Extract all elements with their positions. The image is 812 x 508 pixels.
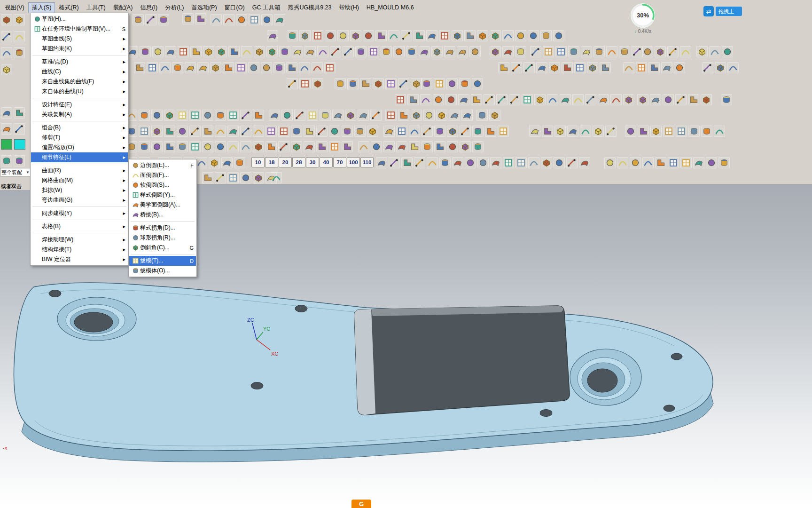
toolbar-icon[interactable]: [598, 94, 609, 105]
toolbar-icon[interactable]: [447, 141, 458, 152]
color-swatch[interactable]: [14, 139, 25, 150]
toolbar-icon[interactable]: [267, 30, 278, 41]
insert-menu-item-20[interactable]: 网格曲面(M)▸: [31, 175, 128, 185]
detail-submenu-item-3[interactable]: 软倒圆(S)...: [129, 180, 196, 190]
toolbar-icon[interactable]: [414, 30, 425, 41]
toolbar-icon[interactable]: [159, 62, 171, 73]
toolbar-icon[interactable]: [1, 64, 12, 75]
toolbar-icon[interactable]: [567, 126, 578, 137]
menubar-item-4[interactable]: 工具(T): [83, 2, 109, 13]
size-button-70[interactable]: 70: [333, 157, 346, 167]
toolbar-icon[interactable]: [642, 157, 654, 168]
toolbar-icon[interactable]: [14, 155, 25, 167]
toolbar-icon[interactable]: [227, 126, 239, 137]
toolbar-icon[interactable]: [347, 78, 359, 89]
insert-menu-item-3[interactable]: 草图曲线(S)▸: [31, 34, 128, 44]
toolbar-icon[interactable]: [304, 141, 315, 152]
insert-menu-item-2[interactable]: 在任务环境中绘制草图(V)...S: [31, 24, 128, 34]
toolbar-icon[interactable]: [14, 107, 25, 119]
toolbar-icon[interactable]: [209, 157, 220, 168]
toolbar-icon[interactable]: [680, 46, 691, 57]
toolbar-icon[interactable]: [593, 46, 605, 57]
toolbar-icon[interactable]: [203, 46, 214, 57]
toolbar-icon[interactable]: [240, 172, 251, 183]
toolbar-icon[interactable]: [447, 126, 458, 137]
toolbar-icon[interactable]: [189, 141, 201, 152]
toolbar-icon[interactable]: [541, 157, 552, 168]
toolbar-icon[interactable]: [139, 110, 150, 121]
toolbar-icon[interactable]: [502, 46, 514, 57]
toolbar-icon[interactable]: [228, 46, 240, 57]
toolbar-icon[interactable]: [329, 126, 340, 137]
toolbar-icon[interactable]: [195, 13, 206, 24]
toolbar-icon[interactable]: [472, 126, 484, 137]
upload-logo-icon[interactable]: ⇄: [703, 6, 714, 16]
toolbar-icon[interactable]: [715, 62, 726, 73]
toolbar-icon[interactable]: [721, 94, 732, 105]
toolbar-icon[interactable]: [496, 94, 508, 105]
toolbar-icon[interactable]: [254, 46, 265, 57]
toolbar-icon[interactable]: [202, 172, 213, 183]
toolbar-icon[interactable]: [655, 157, 666, 168]
toolbar-icon[interactable]: [398, 78, 409, 89]
toolbar-icon[interactable]: [420, 94, 431, 105]
toolbar-icon[interactable]: [253, 141, 264, 152]
toolbar-icon[interactable]: [471, 94, 482, 105]
toolbar-icon[interactable]: [528, 157, 539, 168]
toolbar-icon[interactable]: [714, 126, 725, 137]
toolbar-icon[interactable]: [133, 14, 144, 25]
toolbar-icon[interactable]: [476, 110, 488, 121]
toolbar-icon[interactable]: [287, 78, 298, 89]
toolbar-icon[interactable]: [1, 47, 12, 58]
toolbar-icon[interactable]: [14, 31, 25, 42]
insert-menu-item-1[interactable]: 草图(H)...: [31, 14, 128, 24]
toolbar-icon[interactable]: [485, 126, 496, 137]
toolbar-icon[interactable]: [490, 157, 501, 168]
toolbar-icon[interactable]: [663, 94, 674, 105]
toolbar-icon[interactable]: [421, 78, 432, 89]
toolbar-icon[interactable]: [407, 94, 419, 105]
toolbar-icon[interactable]: [655, 46, 666, 57]
toolbar-icon[interactable]: [134, 62, 145, 73]
toolbar-icon[interactable]: [249, 14, 260, 25]
toolbar-icon[interactable]: [605, 126, 617, 137]
toolbar-icon[interactable]: [363, 30, 374, 41]
toolbar-icon[interactable]: [449, 110, 460, 121]
toolbar-icon[interactable]: [358, 110, 369, 121]
toolbar-icon[interactable]: [574, 62, 586, 73]
toolbar-icon[interactable]: [490, 46, 501, 57]
toolbar-icon[interactable]: [291, 126, 302, 137]
toolbar-icon[interactable]: [702, 62, 713, 73]
toolbar-icon[interactable]: [549, 62, 560, 73]
insert-menu-item-22[interactable]: 弯边曲面(G)▸: [31, 195, 128, 205]
menubar-item-9[interactable]: 窗口(O): [221, 2, 249, 13]
toolbar-icon[interactable]: [269, 110, 280, 121]
toolbar-icon[interactable]: [568, 46, 579, 57]
toolbar-icon[interactable]: [579, 157, 590, 168]
toolbar-icon[interactable]: [553, 30, 564, 41]
detail-submenu-item-2[interactable]: 面倒圆(F)...: [129, 170, 196, 180]
toolbar-icon[interactable]: [342, 141, 353, 152]
toolbar-icon[interactable]: [265, 141, 277, 152]
toolbar-icon[interactable]: [373, 78, 384, 89]
menubar-item-12[interactable]: 帮助(H): [336, 2, 363, 13]
toolbar-icon[interactable]: [202, 110, 213, 121]
detail-submenu-item-4[interactable]: 样式倒圆(Y)...: [129, 190, 196, 200]
toolbar-icon[interactable]: [396, 126, 407, 137]
toolbar-icon[interactable]: [172, 62, 183, 73]
toolbar-icon[interactable]: [320, 110, 331, 121]
insert-menu-item-6[interactable]: 基准/点(D)▸: [31, 57, 128, 67]
toolbar-icon[interactable]: [375, 30, 387, 41]
toolbar-icon[interactable]: [619, 46, 630, 57]
menubar-item-2[interactable]: 插入(S): [28, 2, 55, 13]
toolbar-icon[interactable]: [427, 157, 438, 168]
toolbar-icon[interactable]: [693, 157, 704, 168]
toolbar-icon[interactable]: [281, 110, 293, 121]
toolbar-icon[interactable]: [409, 126, 420, 137]
toolbar-icon[interactable]: [324, 62, 336, 73]
insert-menu-item-16[interactable]: 偏置/缩放(O)▸: [31, 143, 128, 152]
toolbar-icon[interactable]: [190, 46, 202, 57]
toolbar-icon[interactable]: [210, 62, 221, 73]
toolbar-icon[interactable]: [196, 157, 207, 168]
toolbar-icon[interactable]: [523, 62, 535, 73]
